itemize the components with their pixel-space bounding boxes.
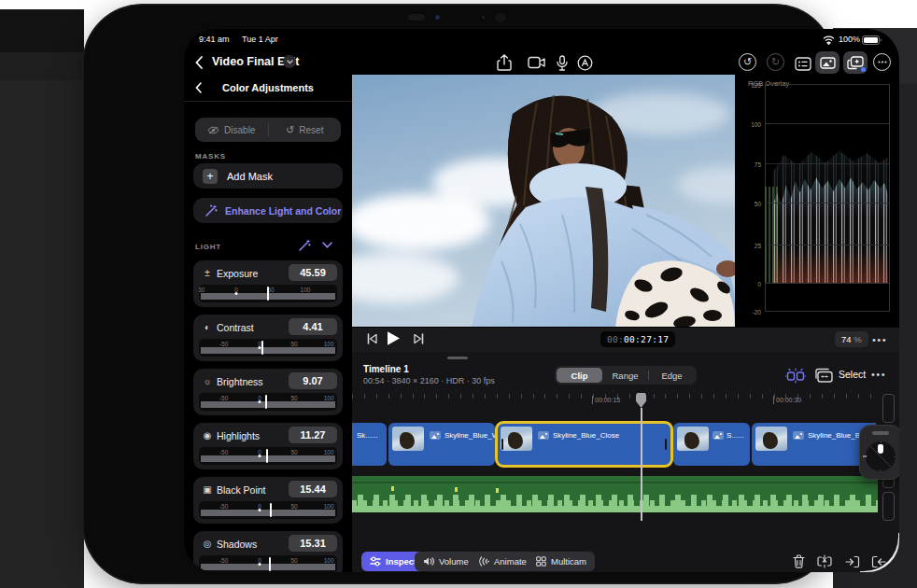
undo-button[interactable]: ↺ (739, 53, 756, 71)
jog-wheel[interactable] (866, 441, 896, 471)
project-title-chevron-icon[interactable] (283, 55, 296, 68)
clip-s-truncated[interactable]: S...... (673, 423, 750, 466)
slider-black-point[interactable]: ▣ Black Point 15.44 -50 0 50 100 (193, 477, 343, 524)
select-button[interactable]: Select (839, 369, 866, 380)
jog-drag-bar[interactable] (872, 431, 889, 435)
clip-partial[interactable]: Sk...... (352, 423, 387, 466)
photo-icon (712, 431, 724, 440)
slider-cursor[interactable] (265, 395, 267, 409)
contrast-ruler[interactable]: -50 0 50 100 (199, 339, 337, 357)
light-collapse-chevron-icon[interactable] (322, 242, 332, 248)
disable-reset-group: Disable ↺ Reset (195, 118, 341, 142)
exposure-value[interactable]: 45.59 (289, 264, 337, 281)
selection-mode-segment: Clip Range Edge (555, 366, 697, 385)
tick-label: 75 (735, 161, 761, 168)
gridline-50 (765, 203, 890, 203)
mode-edge[interactable]: Edge (649, 368, 695, 383)
back-button[interactable] (195, 53, 206, 72)
battery-icon (862, 35, 882, 45)
slider-exposure[interactable]: ± Exposure 45.59 -50 0 50 100 (193, 260, 343, 307)
reset-button[interactable]: ↺ Reset (269, 118, 342, 142)
trim-handle-right[interactable] (665, 439, 667, 450)
zoom-value: 74 (841, 334, 852, 344)
trim-handle-left[interactable] (501, 439, 503, 450)
camera-record-icon[interactable] (524, 51, 548, 74)
multicam-label: Multicam (551, 556, 586, 567)
status-time: 9:41 am (199, 35, 230, 44)
tick-marks (201, 510, 335, 516)
multicam-button[interactable]: Multicam (528, 552, 595, 571)
wifi-icon (823, 35, 835, 45)
skip-forward-button[interactable] (414, 333, 424, 344)
origin-dot (259, 400, 261, 403)
exposure-ruler[interactable]: -50 0 50 100 (199, 285, 337, 302)
slider-cursor[interactable] (266, 449, 268, 463)
black-point-ruler[interactable]: -50 0 50 100 (199, 501, 337, 519)
slider-cursor[interactable] (261, 341, 263, 355)
exposure-icon: ± (201, 266, 214, 280)
highlights-ruler[interactable]: -50 0 50 100 (199, 447, 337, 465)
more-button[interactable] (873, 53, 891, 71)
slider-shadows[interactable]: ◎ Shadows 15.31 -50 0 50 100 (193, 531, 343, 572)
disable-button[interactable]: Disable (195, 118, 268, 142)
annotate-icon[interactable] (572, 51, 597, 74)
jog-dial[interactable] (859, 425, 899, 480)
overlay-clips-icon[interactable] (814, 368, 833, 383)
light-autoenhance-icon[interactable] (298, 239, 311, 252)
panel-drag-handle[interactable] (447, 357, 468, 359)
volume-button[interactable]: Volume (415, 552, 477, 571)
audio-track[interactable] (352, 476, 878, 512)
scale-label: 100 (324, 503, 334, 510)
gridline-0 (765, 283, 890, 284)
clip-skyline-blue-close-selected[interactable]: Skyline_Blue_Close (497, 423, 671, 466)
backdrop-left (0, 80, 84, 588)
trim-start-button[interactable] (843, 553, 862, 570)
mode-range[interactable]: Range (602, 368, 648, 383)
ruler-label: 00:00:30 (773, 396, 801, 404)
status-date: Tue 1 Apr (242, 35, 278, 44)
animate-button[interactable]: Animate (469, 552, 535, 571)
slider-cursor[interactable] (267, 287, 269, 301)
slider-cursor[interactable] (270, 503, 272, 517)
add-mask-button[interactable]: + Add Mask (193, 163, 343, 189)
mode-clip[interactable]: Clip (557, 368, 602, 383)
jog-tick (863, 455, 867, 457)
panel-title: Color Adjustments (184, 82, 352, 93)
timecode-display[interactable]: 00:00:27:17 (600, 331, 675, 347)
magic-wand-icon (205, 204, 218, 217)
split-clip-button[interactable] (815, 553, 834, 570)
enhance-button[interactable]: Enhance Light and Color (193, 198, 343, 223)
timeline-more-button[interactable]: ••• (871, 369, 886, 380)
slider-cursor[interactable] (269, 557, 271, 571)
video-preview[interactable] (352, 75, 735, 327)
tick-marks (201, 347, 335, 354)
media-browser-button[interactable] (815, 51, 839, 74)
slider-highlights[interactable]: ◉ Highlights 11.27 -50 0 50 100 (193, 423, 343, 469)
shadows-ruler[interactable]: -50 0 50 100 (199, 555, 337, 572)
add-mask-label: Add Mask (227, 171, 273, 182)
clip-skyline-blue-wide[interactable]: Skyline_Blue_Wide (388, 423, 495, 466)
skip-back-button[interactable] (367, 333, 377, 344)
audio-peak (455, 487, 458, 492)
sparkle-clips-icon[interactable] (785, 368, 806, 384)
viewer-more-button[interactable]: ••• (872, 334, 887, 345)
play-button[interactable] (387, 330, 401, 346)
contrast-value[interactable]: 4.41 (289, 318, 337, 335)
redo-button[interactable]: ↻ (767, 53, 784, 71)
brightness-ruler[interactable]: -50 0 50 100 (199, 393, 337, 411)
clip-skyline-blue-background[interactable]: Skyline_Blue_Backgroun (752, 423, 876, 466)
black-point-value[interactable]: 15.44 (289, 481, 337, 497)
share-icon[interactable] (492, 51, 516, 74)
reset-label: Reset (299, 125, 323, 135)
delete-button[interactable] (789, 553, 808, 570)
highlights-value[interactable]: 11.27 (289, 427, 337, 443)
shadows-value[interactable]: 15.31 (289, 535, 337, 552)
slider-contrast[interactable]: ◐ Contrast 4.41 -50 0 50 100 (193, 315, 343, 361)
slider-brightness[interactable]: ☼ Brightness 9.07 -50 0 50 100 (193, 369, 343, 415)
inspector-panel-icon[interactable] (791, 52, 815, 75)
zoom-level-button[interactable]: 74 % (835, 331, 868, 347)
timeline-ruler[interactable]: 00:00:15 00:00:30 00:00:45 (352, 392, 899, 409)
microphone-icon[interactable] (550, 51, 574, 74)
brightness-value[interactable]: 9.07 (289, 372, 337, 389)
effects-button[interactable] (843, 51, 868, 74)
